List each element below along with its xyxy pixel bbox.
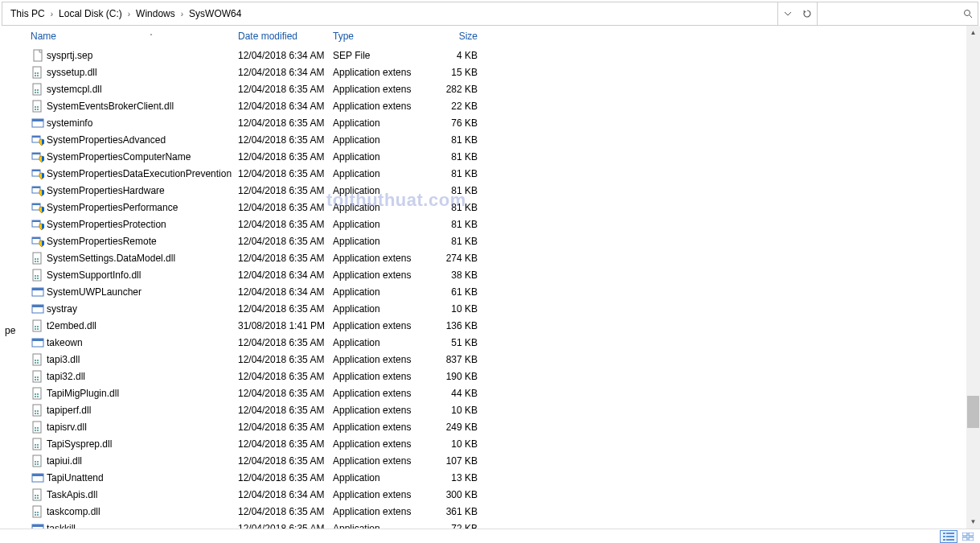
file-size: 274 KB	[431, 253, 486, 264]
svg-rect-107	[946, 536, 954, 537]
file-name: TapiSysprep.dll	[47, 438, 112, 450]
file-row[interactable]: SystemUWPLauncher12/04/2018 6:34 AMAppli…	[14, 283, 966, 300]
search-icon[interactable]	[963, 9, 973, 19]
file-date: 12/04/2018 6:35 AM	[238, 422, 333, 433]
svg-rect-100	[35, 514, 36, 516]
chevron-right-icon[interactable]: ›	[48, 10, 55, 19]
file-name: SystemPropertiesAdvanced	[47, 134, 166, 146]
chevron-right-icon[interactable]: ›	[178, 10, 186, 19]
file-row[interactable]: systeminfo12/04/2018 6:35 AMApplication7…	[14, 114, 966, 131]
file-icon	[31, 455, 45, 467]
file-row[interactable]: systemcpl.dll12/04/2018 6:35 AMApplicati…	[14, 80, 966, 97]
svg-rect-57	[37, 360, 39, 361]
svg-rect-66	[35, 393, 36, 395]
file-row[interactable]: sysprtj.sep12/04/2018 6:34 AMSEP File4 K…	[14, 47, 966, 64]
file-size: 81 KB	[431, 134, 486, 146]
file-date: 12/04/2018 6:35 AM	[238, 219, 333, 230]
history-dropdown-button[interactable]	[778, 2, 798, 25]
file-rows: sysprtj.sep12/04/2018 6:34 AMSEP File4 K…	[14, 47, 966, 529]
file-row[interactable]: TapiUnattend12/04/2018 6:35 AMApplicatio…	[14, 469, 966, 486]
file-date: 12/04/2018 6:35 AM	[238, 455, 333, 467]
file-name: tapiui.dll	[47, 455, 82, 467]
column-header-date[interactable]: Date modified	[238, 31, 333, 42]
svg-rect-21	[32, 136, 40, 138]
details-view-button[interactable]	[940, 530, 957, 543]
file-name: SystemPropertiesRemote	[47, 236, 157, 247]
svg-rect-31	[32, 220, 40, 222]
file-name: TaskApis.dll	[47, 489, 97, 500]
vertical-scrollbar[interactable]: ▲ ▼	[966, 26, 980, 529]
large-icons-view-button[interactable]	[959, 530, 977, 543]
file-row[interactable]: tapi3.dll12/04/2018 6:35 AMApplication e…	[14, 351, 966, 368]
crumb-this-pc[interactable]: This PC	[7, 8, 48, 19]
crumb-windows[interactable]: Windows	[133, 8, 178, 19]
file-row[interactable]: SystemPropertiesComputerName12/04/2018 6…	[14, 148, 966, 165]
file-row[interactable]: takeown12/04/2018 6:35 AMApplication51 K…	[14, 334, 966, 351]
file-row[interactable]: SystemPropertiesPerformance12/04/2018 6:…	[14, 199, 966, 216]
file-icon	[31, 184, 45, 197]
file-row[interactable]: SystemSupportInfo.dll12/04/2018 6:34 AMA…	[14, 266, 966, 283]
file-row[interactable]: tapiui.dll12/04/2018 6:35 AMApplication …	[14, 452, 966, 469]
svg-rect-47	[32, 305, 43, 307]
chevron-right-icon[interactable]: ›	[125, 10, 133, 19]
file-date: 12/04/2018 6:34 AM	[238, 269, 333, 281]
file-name: syssetup.dll	[47, 67, 97, 78]
search-input[interactable]	[822, 8, 963, 19]
file-row[interactable]: SystemPropertiesProtection12/04/2018 6:3…	[14, 216, 966, 232]
file-icon	[31, 370, 45, 383]
file-row[interactable]: SystemPropertiesRemote12/04/2018 6:35 AM…	[14, 232, 966, 249]
file-row[interactable]: t2embed.dll31/08/2018 1:41 PMApplication…	[14, 317, 966, 334]
file-icon	[31, 134, 45, 146]
scroll-down-button[interactable]: ▼	[966, 515, 980, 529]
file-row[interactable]: TaskApis.dll12/04/2018 6:34 AMApplicatio…	[14, 486, 966, 503]
file-row[interactable]: TapiMigPlugin.dll12/04/2018 6:35 AMAppli…	[14, 385, 966, 401]
file-row[interactable]: systray12/04/2018 6:35 AMApplication10 K…	[14, 300, 966, 317]
file-size: 81 KB	[431, 219, 486, 230]
file-size: 81 KB	[431, 151, 486, 162]
svg-rect-68	[35, 396, 36, 397]
file-row[interactable]: SystemPropertiesAdvanced12/04/2018 6:35 …	[14, 131, 966, 148]
file-row[interactable]: TapiSysprep.dll12/04/2018 6:35 AMApplica…	[14, 435, 966, 452]
breadcrumb-bar[interactable]: This PC › Local Disk (C:) › Windows › Sy…	[2, 2, 778, 25]
file-date: 12/04/2018 6:34 AM	[238, 101, 333, 112]
file-date: 12/04/2018 6:35 AM	[238, 438, 333, 450]
scroll-thumb[interactable]	[967, 396, 979, 428]
svg-rect-58	[35, 362, 36, 364]
file-date: 12/04/2018 6:35 AM	[238, 185, 333, 196]
refresh-button[interactable]	[798, 2, 817, 25]
file-row[interactable]: tapisrv.dll12/04/2018 6:35 AMApplication…	[14, 418, 966, 435]
file-row[interactable]: tapi32.dll12/04/2018 6:35 AMApplication …	[14, 368, 966, 385]
file-row[interactable]: taskcomp.dll12/04/2018 6:35 AMApplicatio…	[14, 503, 966, 520]
file-icon	[31, 421, 45, 434]
file-list-pane[interactable]: Name ˄ Date modified Type Size sysprtj.s…	[14, 26, 966, 529]
file-row[interactable]: syssetup.dll12/04/2018 6:34 AMApplicatio…	[14, 64, 966, 80]
file-type: Application extens	[333, 84, 431, 95]
file-icon	[31, 100, 45, 113]
column-header-size[interactable]: Size	[431, 31, 486, 42]
crumb-drive[interactable]: Local Disk (C:)	[55, 8, 125, 19]
file-icon	[31, 201, 45, 214]
svg-rect-33	[32, 237, 40, 239]
file-type: Application extens	[333, 371, 431, 382]
crumb-syswow64[interactable]: SysWOW64	[186, 8, 244, 19]
file-row[interactable]: SystemEventsBrokerClient.dll12/04/2018 6…	[14, 97, 966, 114]
svg-rect-86	[35, 461, 36, 463]
svg-rect-9	[35, 89, 36, 91]
svg-rect-56	[35, 360, 36, 361]
column-header-name[interactable]: Name ˄	[31, 31, 238, 42]
file-row[interactable]: SystemPropertiesHardware12/04/2018 6:35 …	[14, 182, 966, 199]
column-header-type[interactable]: Type	[333, 31, 431, 42]
file-name: SystemPropertiesComputerName	[47, 151, 191, 162]
svg-rect-62	[37, 376, 39, 378]
scroll-up-button[interactable]: ▲	[966, 26, 980, 39]
search-box[interactable]	[817, 2, 978, 25]
file-date: 12/04/2018 6:35 AM	[238, 506, 333, 517]
file-name: tapi32.dll	[47, 371, 85, 382]
file-row[interactable]: SystemPropertiesDataExecutionPrevention1…	[14, 165, 966, 182]
svg-rect-59	[37, 362, 39, 364]
file-icon	[31, 218, 45, 231]
svg-rect-87	[37, 461, 39, 463]
file-row[interactable]: tapiperf.dll12/04/2018 6:35 AMApplicatio…	[14, 401, 966, 418]
file-row[interactable]: SystemSettings.DataModel.dll12/04/2018 6…	[14, 249, 966, 266]
file-row[interactable]: taskkill12/04/2018 6:35 AMApplication72 …	[14, 520, 966, 529]
